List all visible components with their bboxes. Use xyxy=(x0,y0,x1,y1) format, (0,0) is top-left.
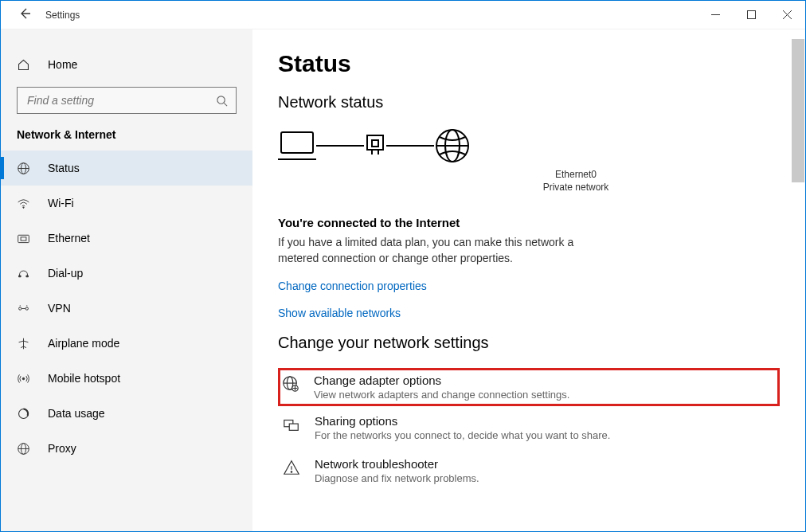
sidebar-item-label: Mobile hotspot xyxy=(48,372,120,385)
window-title: Settings xyxy=(45,10,80,21)
sidebar-item-wifi[interactable]: Wi-Fi xyxy=(1,186,252,221)
proxy-icon xyxy=(17,442,30,456)
option-title: Network troubleshooter xyxy=(315,457,479,471)
sidebar-item-hotspot[interactable]: Mobile hotspot xyxy=(1,361,252,396)
page-title: Status xyxy=(278,50,780,77)
svg-rect-34 xyxy=(289,424,298,430)
sidebar-item-label: Data usage xyxy=(48,407,105,420)
titlebar: Settings xyxy=(1,1,805,29)
globe-icon xyxy=(17,162,30,175)
option-sub: Diagnose and fix network problems. xyxy=(315,472,479,484)
svg-rect-10 xyxy=(18,235,29,242)
svg-point-13 xyxy=(25,307,28,309)
sidebar-item-proxy[interactable]: Proxy xyxy=(1,431,252,466)
link-available-networks[interactable]: Show available networks xyxy=(278,307,780,319)
sidebar-item-data[interactable]: Data usage xyxy=(1,396,252,431)
svg-rect-11 xyxy=(21,237,26,240)
sidebar-home[interactable]: Home xyxy=(1,49,252,80)
maximize-button[interactable] xyxy=(734,4,769,26)
adapter-icon xyxy=(364,129,386,162)
sidebar-item-label: Airplane mode xyxy=(48,337,119,350)
settings-heading: Change your network settings xyxy=(278,334,780,352)
connected-title: You're connected to the Internet xyxy=(278,216,780,229)
sidebar-item-label: Dial-up xyxy=(48,267,83,280)
sidebar-item-status[interactable]: Status xyxy=(1,151,252,186)
option-troubleshooter[interactable]: Network troubleshooter Diagnose and fix … xyxy=(278,449,780,492)
sidebar-item-dialup[interactable]: Dial-up xyxy=(1,256,252,291)
airplane-icon xyxy=(17,337,30,350)
status-heading: Network status xyxy=(278,93,780,111)
sidebar-home-label: Home xyxy=(48,58,77,71)
connected-desc: If you have a limited data plan, you can… xyxy=(278,234,612,267)
warning-icon xyxy=(283,459,300,476)
sidebar-item-ethernet[interactable]: Ethernet xyxy=(1,221,252,256)
scrollbar-thumb[interactable] xyxy=(792,39,804,182)
home-icon xyxy=(17,58,30,72)
svg-point-4 xyxy=(217,96,225,103)
sidebar-item-airplane[interactable]: Airplane mode xyxy=(1,326,252,361)
option-title: Change adapter options xyxy=(314,374,569,387)
svg-point-12 xyxy=(19,307,22,309)
option-sub: View network adapters and change connect… xyxy=(314,389,569,401)
svg-rect-23 xyxy=(372,140,378,147)
vpn-icon xyxy=(17,302,30,315)
option-sub: For the networks you connect to, decide … xyxy=(315,429,610,441)
option-change-adapter[interactable]: Change adapter options View network adap… xyxy=(278,368,780,406)
data-usage-icon xyxy=(17,407,30,421)
sidebar-item-label: Ethernet xyxy=(48,232,90,244)
svg-point-15 xyxy=(22,377,25,380)
option-sharing[interactable]: Sharing options For the networks you con… xyxy=(278,406,780,449)
svg-point-36 xyxy=(291,471,291,472)
minimize-button[interactable] xyxy=(698,4,734,26)
svg-rect-1 xyxy=(748,11,756,19)
search-icon xyxy=(216,95,228,107)
sidebar-heading: Network & Internet xyxy=(1,128,252,151)
svg-rect-20 xyxy=(281,132,313,153)
sidebar-item-vpn[interactable]: VPN xyxy=(1,291,252,326)
back-icon[interactable] xyxy=(18,7,31,23)
svg-point-9 xyxy=(23,206,24,207)
sharing-icon xyxy=(283,416,300,433)
sidebar-item-label: Wi-Fi xyxy=(48,197,74,209)
sidebar-item-label: Status xyxy=(48,162,80,174)
svg-line-5 xyxy=(224,103,227,106)
search-input[interactable] xyxy=(17,87,237,114)
diagram-labels: Ethernet0 Private network xyxy=(372,169,780,194)
pc-icon xyxy=(278,129,316,162)
network-diagram xyxy=(278,127,780,164)
option-title: Sharing options xyxy=(315,414,610,428)
sidebar-item-label: Proxy xyxy=(48,442,76,455)
hotspot-icon xyxy=(17,372,30,385)
globe-settings-icon xyxy=(282,375,299,393)
close-button[interactable] xyxy=(769,4,805,26)
svg-rect-22 xyxy=(367,135,383,150)
internet-icon xyxy=(434,127,471,164)
sidebar-item-label: VPN xyxy=(48,302,71,315)
ethernet-icon xyxy=(17,232,30,245)
dialup-icon xyxy=(17,267,30,280)
sidebar: Home Network & Internet Status Wi-Fi Eth… xyxy=(1,29,252,531)
main-content: Status Network status Ethernet0 Private … xyxy=(252,29,805,531)
wifi-icon xyxy=(17,197,30,210)
link-conn-properties[interactable]: Change connection properties xyxy=(278,280,780,292)
